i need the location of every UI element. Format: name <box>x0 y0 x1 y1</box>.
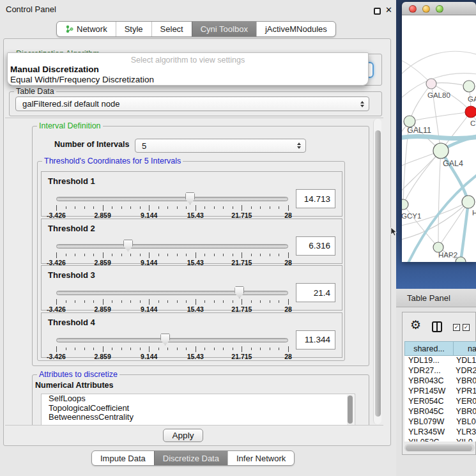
tick-mark <box>260 348 261 350</box>
cell-shared-name[interactable]: YDL19... <box>404 356 453 366</box>
columns-icon[interactable] <box>432 321 442 332</box>
tab-infer-network[interactable]: Infer Network <box>227 451 294 465</box>
cell-shared-name[interactable]: YDR27... <box>404 366 452 376</box>
network-node-ga[interactable] <box>463 81 475 92</box>
table-data-select[interactable]: galFiltered.sif default node <box>15 96 369 111</box>
cell-shared-name[interactable]: YBL079W <box>404 417 453 427</box>
cell-name[interactable]: YBR0 <box>453 407 476 417</box>
slider-thumb[interactable] <box>234 286 244 298</box>
tab-cyni-toolbox[interactable]: Cyni Toolbox <box>192 22 256 36</box>
table-hscrollbar[interactable] <box>404 444 475 452</box>
tick-mark <box>223 254 224 256</box>
panel-scrollbar[interactable] <box>373 119 381 424</box>
network-node-gal80[interactable] <box>426 79 436 89</box>
slider-thumb[interactable] <box>185 192 195 204</box>
list-scrollbar-thumb[interactable] <box>348 395 353 424</box>
attribute-list-item[interactable]: BetweennessCentrality <box>42 413 355 422</box>
tick-mark <box>223 206 224 209</box>
table-row[interactable]: YPR145WYPR1 <box>404 387 476 397</box>
table-data-value: galFiltered.sif default node <box>22 99 119 109</box>
threshold-value-field[interactable]: 6.316 <box>296 236 335 256</box>
tab-style[interactable]: Style <box>116 22 151 36</box>
slider[interactable]: -3.4262.8599.14415.4321.71528 <box>56 242 288 264</box>
panel-scrollbar-thumb[interactable] <box>375 130 381 417</box>
close-icon[interactable]: ✕ <box>385 5 392 15</box>
column-header-shared-name[interactable]: shared... <box>404 341 454 356</box>
tab-discretize-data[interactable]: Discretize Data <box>154 451 227 465</box>
slider[interactable]: -3.4262.8599.14415.4321.71528 <box>56 336 288 358</box>
slider-track[interactable] <box>56 338 288 342</box>
slider-track[interactable] <box>56 197 288 201</box>
zoom-traffic-light-icon[interactable] <box>436 5 443 13</box>
slider-thumb[interactable] <box>160 334 170 346</box>
tab-select[interactable]: Select <box>151 22 192 36</box>
close-traffic-light-icon[interactable] <box>409 5 417 13</box>
attribute-list-item[interactable]: TopologicalCoefficient <box>42 404 355 413</box>
cell-name[interactable]: YBL0 <box>453 417 476 427</box>
table-row[interactable]: YDL19...YDL1 <box>404 356 476 366</box>
network-node-gcy1[interactable] <box>402 199 408 210</box>
table-hscrollbar-thumb[interactable] <box>406 445 472 451</box>
cell-shared-name[interactable]: YPR145W <box>404 387 453 397</box>
slider[interactable]: -3.4262.8599.14415.4321.71528 <box>56 195 288 217</box>
cell-name[interactable]: YLR3 <box>453 427 476 438</box>
table-row[interactable]: YER054CYER0 <box>404 397 476 407</box>
algorithm-option-equal-width[interactable]: Equal Width/Frequency Discretization <box>8 75 368 85</box>
network-node-h[interactable] <box>462 196 475 208</box>
table-panel-titlebar[interactable]: Table Panel <box>396 289 476 307</box>
network-node-gal4[interactable] <box>433 143 449 158</box>
cell-name[interactable]: YIL0 <box>453 438 473 441</box>
tick-mark <box>204 206 205 209</box>
threshold-value-field[interactable]: 21.4 <box>296 283 335 302</box>
table-row[interactable]: YBR043CYBR0 <box>404 376 476 387</box>
cell-name[interactable]: YBR0 <box>453 376 476 387</box>
slider[interactable]: -3.4262.8599.14415.4321.71528 <box>56 289 288 311</box>
cell-name[interactable]: YDR2 <box>452 366 476 376</box>
cell-name[interactable]: YPR1 <box>453 387 476 397</box>
attribute-list-item[interactable]: SelfLoops <box>42 394 355 404</box>
column-header-name[interactable]: na <box>453 341 476 356</box>
table-row[interactable]: YBL079WYBL0 <box>404 417 476 427</box>
num-intervals-select[interactable]: 5 <box>135 139 306 153</box>
apply-button[interactable]: Apply <box>163 429 203 442</box>
tick-mark <box>270 348 270 350</box>
table-row[interactable]: YIL052CYIL0 <box>404 438 476 441</box>
table-row[interactable]: YBR045CYBR0 <box>404 407 476 417</box>
checkbox-icon[interactable]: ✓ <box>463 324 470 331</box>
tick-mark <box>196 299 196 305</box>
tick-mark <box>84 206 85 209</box>
minimize-traffic-light-icon[interactable] <box>422 5 430 13</box>
right-side: GAL80GACGAL11GAL4GCY1HHAP2 Table Panel ⚙… <box>396 0 476 476</box>
threshold-value-field[interactable]: 14.713 <box>296 189 335 208</box>
mouse-cursor <box>390 227 397 237</box>
tab-jactivemnodules[interactable]: jActiveMNodules <box>256 22 335 36</box>
tab-network[interactable]: Network <box>57 22 116 36</box>
gear-icon[interactable]: ⚙ <box>410 318 421 332</box>
checkbox-icon[interactable]: ✓ <box>453 324 460 331</box>
table-row[interactable]: YLR345WYLR3 <box>404 427 476 438</box>
tick-mark <box>270 300 270 303</box>
list-scrollbar[interactable] <box>347 395 354 426</box>
cell-name[interactable]: YER0 <box>453 397 476 407</box>
tab-label: Style <box>125 24 143 34</box>
slider-track[interactable] <box>56 291 288 295</box>
cell-shared-name[interactable]: YIL052C <box>404 438 453 441</box>
algorithm-option-manual[interactable]: Manual Discretization <box>8 65 368 75</box>
slider-thumb[interactable] <box>123 240 133 252</box>
network-canvas[interactable]: GAL80GACGAL11GAL4GCY1HHAP2 <box>402 15 476 262</box>
tab-impute-data[interactable]: Impute Data <box>92 451 154 465</box>
network-node-c[interactable] <box>465 106 476 118</box>
slider-ticks <box>56 299 288 305</box>
slider-track[interactable] <box>56 244 288 249</box>
cell-shared-name[interactable]: YBR045C <box>404 407 453 417</box>
cell-shared-name[interactable]: YBR043C <box>404 376 453 387</box>
network-window-titlebar[interactable] <box>402 2 476 15</box>
numerical-attributes-list[interactable]: SelfLoopsTopologicalCoefficientBetweenne… <box>41 394 355 426</box>
cell-shared-name[interactable]: YER054C <box>404 397 453 407</box>
table-rows: YDL19...YDL1YDR27...YDR2YBR043CYBR0YPR14… <box>404 356 476 441</box>
cell-shared-name[interactable]: YLR345W <box>404 427 453 438</box>
cell-name[interactable]: YDL1 <box>453 356 476 366</box>
threshold-value-field[interactable]: 11.344 <box>296 330 335 349</box>
float-window-icon[interactable] <box>374 8 381 15</box>
table-row[interactable]: YDR27...YDR2 <box>404 366 476 376</box>
